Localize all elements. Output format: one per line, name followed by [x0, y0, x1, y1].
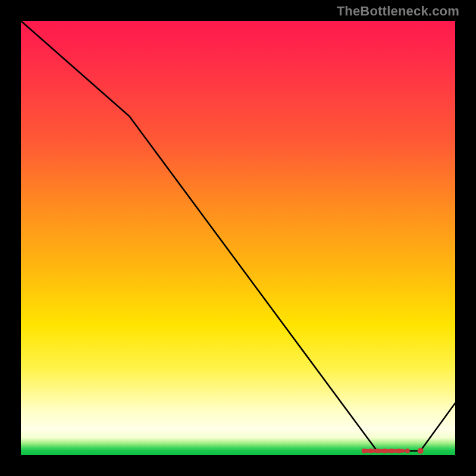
marker-dot	[405, 449, 410, 453]
marker-dot	[383, 449, 387, 453]
chart-container: TheBottleneck.com	[0, 0, 476, 476]
marker-dot	[362, 449, 367, 453]
chart-overlay	[21, 21, 455, 455]
series-line	[21, 21, 455, 451]
marker-dot	[396, 449, 401, 453]
credit-watermark: TheBottleneck.com	[337, 4, 459, 19]
marker-dot	[389, 449, 394, 453]
marker-dot	[375, 449, 380, 453]
marker-dot	[418, 448, 424, 454]
marker-dot	[368, 449, 373, 453]
